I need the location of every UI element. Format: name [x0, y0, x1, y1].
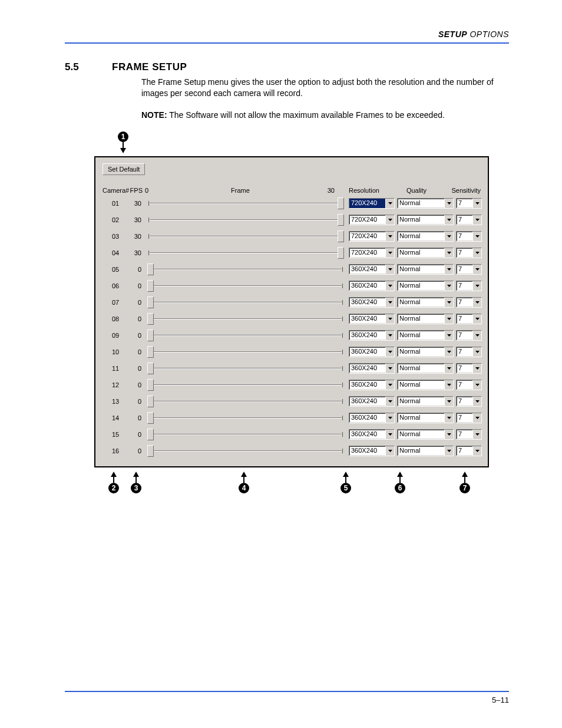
chevron-down-icon[interactable]: [472, 314, 481, 324]
resolution-select[interactable]: 360X240: [349, 330, 395, 341]
chevron-down-icon[interactable]: [385, 232, 394, 241]
chevron-down-icon[interactable]: [444, 380, 453, 390]
slider-thumb[interactable]: [338, 247, 344, 259]
sensitivity-select[interactable]: 7: [456, 264, 482, 275]
slider-thumb[interactable]: [147, 429, 154, 440]
chevron-down-icon[interactable]: [472, 413, 481, 423]
frame-slider[interactable]: [147, 330, 344, 341]
quality-select[interactable]: Normal: [397, 198, 454, 209]
chevron-down-icon[interactable]: [385, 413, 394, 423]
sensitivity-select[interactable]: 7: [456, 231, 482, 242]
resolution-select[interactable]: 720X240: [349, 231, 395, 242]
quality-select[interactable]: Normal: [397, 231, 454, 242]
chevron-down-icon[interactable]: [385, 446, 394, 456]
frame-slider[interactable]: [147, 412, 344, 424]
chevron-down-icon[interactable]: [472, 347, 481, 357]
quality-select[interactable]: Normal: [397, 215, 454, 225]
slider-thumb[interactable]: [147, 379, 154, 391]
chevron-down-icon[interactable]: [444, 347, 453, 357]
resolution-select[interactable]: 360X240: [349, 314, 395, 324]
frame-slider[interactable]: [147, 197, 344, 209]
frame-slider[interactable]: [147, 445, 344, 457]
resolution-select[interactable]: 360X240: [349, 413, 395, 423]
chevron-down-icon[interactable]: [385, 199, 394, 208]
sensitivity-select[interactable]: 7: [456, 380, 482, 390]
sensitivity-select[interactable]: 7: [456, 215, 482, 225]
chevron-down-icon[interactable]: [385, 298, 394, 307]
chevron-down-icon[interactable]: [385, 281, 394, 291]
quality-select[interactable]: Normal: [397, 297, 454, 308]
slider-thumb[interactable]: [147, 445, 154, 457]
chevron-down-icon[interactable]: [385, 331, 394, 340]
sensitivity-select[interactable]: 7: [456, 297, 482, 308]
chevron-down-icon[interactable]: [444, 298, 453, 307]
sensitivity-select[interactable]: 7: [456, 281, 482, 291]
sensitivity-select[interactable]: 7: [456, 347, 482, 357]
chevron-down-icon[interactable]: [385, 347, 394, 357]
chevron-down-icon[interactable]: [472, 281, 481, 291]
chevron-down-icon[interactable]: [472, 199, 481, 208]
frame-slider[interactable]: [147, 280, 344, 292]
resolution-select[interactable]: 360X240: [349, 264, 395, 275]
chevron-down-icon[interactable]: [472, 331, 481, 340]
chevron-down-icon[interactable]: [472, 265, 481, 274]
slider-thumb[interactable]: [147, 363, 154, 374]
quality-select[interactable]: Normal: [397, 347, 454, 357]
chevron-down-icon[interactable]: [385, 397, 394, 406]
sensitivity-select[interactable]: 7: [456, 396, 482, 407]
resolution-select[interactable]: 720X240: [349, 248, 395, 258]
slider-thumb[interactable]: [338, 230, 344, 242]
sensitivity-select[interactable]: 7: [456, 413, 482, 423]
quality-select[interactable]: Normal: [397, 314, 454, 324]
quality-select[interactable]: Normal: [397, 264, 454, 275]
frame-slider[interactable]: [147, 230, 344, 242]
resolution-select[interactable]: 360X240: [349, 297, 395, 308]
resolution-select[interactable]: 360X240: [349, 347, 395, 357]
slider-thumb[interactable]: [147, 412, 154, 424]
slider-thumb[interactable]: [147, 330, 154, 341]
resolution-select[interactable]: 360X240: [349, 281, 395, 291]
chevron-down-icon[interactable]: [385, 380, 394, 390]
resolution-select[interactable]: 720X240: [349, 215, 395, 225]
sensitivity-select[interactable]: 7: [456, 314, 482, 324]
chevron-down-icon[interactable]: [444, 281, 453, 291]
resolution-select[interactable]: 720X240: [349, 198, 395, 209]
sensitivity-select[interactable]: 7: [456, 363, 482, 374]
quality-select[interactable]: Normal: [397, 248, 454, 258]
chevron-down-icon[interactable]: [385, 430, 394, 439]
chevron-down-icon[interactable]: [385, 314, 394, 324]
sensitivity-select[interactable]: 7: [456, 330, 482, 341]
chevron-down-icon[interactable]: [444, 364, 453, 373]
chevron-down-icon[interactable]: [444, 248, 453, 258]
frame-slider[interactable]: [147, 214, 344, 226]
frame-slider[interactable]: [147, 346, 344, 358]
slider-thumb[interactable]: [147, 396, 154, 407]
frame-slider[interactable]: [147, 396, 344, 407]
chevron-down-icon[interactable]: [472, 430, 481, 439]
frame-slider[interactable]: [147, 379, 344, 391]
chevron-down-icon[interactable]: [472, 232, 481, 241]
chevron-down-icon[interactable]: [444, 397, 453, 406]
set-default-button[interactable]: Set Default: [103, 163, 145, 175]
sensitivity-select[interactable]: 7: [456, 248, 482, 258]
chevron-down-icon[interactable]: [385, 215, 394, 225]
slider-thumb[interactable]: [147, 280, 154, 292]
chevron-down-icon[interactable]: [472, 364, 481, 373]
sensitivity-select[interactable]: 7: [456, 446, 482, 456]
resolution-select[interactable]: 360X240: [349, 363, 395, 374]
resolution-select[interactable]: 360X240: [349, 380, 395, 390]
frame-slider[interactable]: [147, 363, 344, 374]
chevron-down-icon[interactable]: [444, 430, 453, 439]
slider-thumb[interactable]: [147, 297, 154, 308]
frame-slider[interactable]: [147, 247, 344, 259]
chevron-down-icon[interactable]: [444, 314, 453, 324]
frame-slider[interactable]: [147, 313, 344, 325]
quality-select[interactable]: Normal: [397, 413, 454, 423]
chevron-down-icon[interactable]: [472, 298, 481, 307]
quality-select[interactable]: Normal: [397, 396, 454, 407]
chevron-down-icon[interactable]: [472, 380, 481, 390]
sensitivity-select[interactable]: 7: [456, 198, 482, 209]
chevron-down-icon[interactable]: [444, 215, 453, 225]
chevron-down-icon[interactable]: [385, 248, 394, 258]
frame-slider[interactable]: [147, 297, 344, 308]
